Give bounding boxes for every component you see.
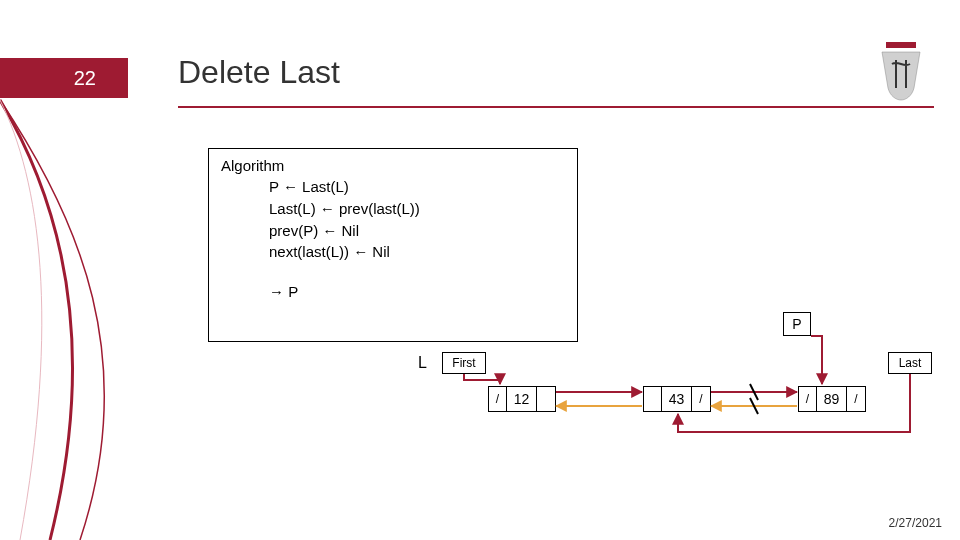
title-underline — [178, 106, 934, 108]
last-label: Last — [899, 356, 922, 370]
page-number: 22 — [74, 67, 96, 90]
last-pointer-box: Last — [888, 352, 932, 374]
algorithm-heading: Algorithm — [221, 157, 565, 174]
first-label: First — [452, 356, 475, 370]
node-next: / — [847, 387, 865, 411]
node-prev: / — [799, 387, 817, 411]
svg-line-1 — [750, 384, 758, 400]
footer-date: 2/27/2021 — [889, 516, 942, 530]
algorithm-line-3: prev(P) ← Nil — [269, 220, 565, 242]
algorithm-return: → P — [269, 283, 565, 300]
pointer-p-box: P — [783, 312, 811, 336]
pointer-p-label: P — [792, 316, 801, 332]
list-node-3: / 89 / — [798, 386, 866, 412]
first-pointer-box: First — [442, 352, 486, 374]
linked-list-diagram: P L First Last / 12 43 / / 89 / — [418, 312, 938, 432]
page-number-badge: 22 — [0, 58, 128, 98]
node-next: / — [692, 387, 710, 411]
list-l-label: L — [418, 354, 427, 372]
node-value: 89 — [817, 387, 847, 411]
list-node-1: / 12 — [488, 386, 556, 412]
node-prev — [644, 387, 662, 411]
svg-rect-0 — [886, 42, 916, 48]
node-value: 12 — [507, 387, 537, 411]
institution-logo — [876, 40, 926, 102]
node-prev: / — [489, 387, 507, 411]
list-node-2: 43 / — [643, 386, 711, 412]
page-title: Delete Last — [178, 54, 340, 91]
algorithm-line-2: Last(L) ← prev(last(L)) — [269, 198, 565, 220]
algorithm-line-1: P ← Last(L) — [269, 176, 565, 198]
node-next — [537, 387, 555, 411]
svg-line-2 — [750, 398, 758, 414]
algorithm-line-4: next(last(L)) ← Nil — [269, 241, 565, 263]
node-value: 43 — [662, 387, 692, 411]
diagram-arrows — [418, 312, 938, 452]
